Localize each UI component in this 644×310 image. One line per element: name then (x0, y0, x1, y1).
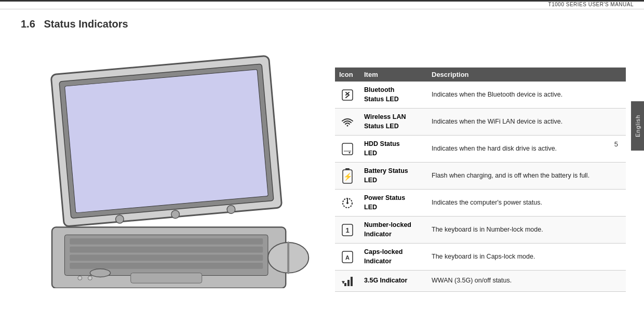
icon-3g: ▼ (335, 271, 360, 292)
icon-hdd (335, 136, 360, 163)
table-row: BluetoothStatus LEDIndicates when the Bl… (335, 82, 626, 109)
item-description: Indicates when the Bluetooth device is a… (427, 82, 626, 109)
item-label: Battery StatusLED (360, 163, 427, 190)
svg-text:⚡: ⚡ (343, 172, 353, 181)
table-row: Wireless LANStatus LEDIndicates when the… (335, 109, 626, 136)
laptop-svg (21, 49, 322, 288)
icon-numlock: 1 (335, 217, 360, 244)
item-label: Wireless LANStatus LED (360, 109, 427, 136)
icon-bluetooth (335, 82, 360, 109)
status-indicators-table: Icon Item Description BluetoothStatus LE… (335, 68, 626, 292)
svg-text:A: A (345, 254, 350, 261)
manual-title: T1000 SERIES USER'S MANUAL (548, 2, 634, 7)
svg-rect-2 (65, 70, 269, 213)
col-item: Item (360, 68, 427, 82)
table-row: Power StatusLEDIndicates the computer's … (335, 190, 626, 217)
section-title: 1.6 Status Indicators (21, 18, 128, 30)
item-description: Indicates when the hard disk drive is ac… (427, 136, 626, 163)
icon-battery: ⚡ (335, 163, 360, 190)
table-header-row: Icon Item Description (335, 68, 626, 82)
item-description: The keyboard is in Number-lock mode. (427, 217, 626, 244)
icon-capslock: A (335, 244, 360, 271)
item-label: 3.5G Indicator (360, 271, 427, 292)
table-row: ACaps-lockedIndicatorThe keyboard is in … (335, 244, 626, 271)
item-description: Indicates the computer's power status. (427, 190, 626, 217)
language-tab: English (631, 101, 644, 151)
table-row: ⚡Battery StatusLEDFlash when charging, a… (335, 163, 626, 190)
svg-rect-34 (347, 280, 350, 286)
svg-point-21 (349, 152, 351, 153)
svg-rect-12 (131, 273, 202, 284)
svg-rect-35 (351, 277, 353, 286)
item-description: Indicates when the WiFi LAN device is ac… (427, 109, 626, 136)
svg-rect-10 (70, 254, 263, 261)
laptop-illustration (10, 42, 332, 296)
icon-wifi (335, 109, 360, 136)
col-description: Description (427, 68, 626, 82)
svg-rect-18 (342, 90, 353, 100)
table-row: HDD StatusLEDIndicates when the hard dis… (335, 136, 626, 163)
svg-rect-19 (342, 143, 353, 155)
svg-point-3 (115, 215, 124, 224)
page-header: T1000 SERIES USER'S MANUAL (0, 0, 644, 9)
svg-point-5 (226, 205, 235, 214)
item-label: HDD StatusLED (360, 136, 427, 163)
item-description: The keyboard is in Caps-lock mode. (427, 244, 626, 271)
item-description: WWAN (3.5G) on/off status. (427, 271, 626, 292)
svg-rect-33 (344, 283, 346, 286)
item-label: Caps-lockedIndicator (360, 244, 427, 271)
table-row: 1Number-lockedIndicatorThe keyboard is i… (335, 217, 626, 244)
svg-rect-11 (70, 263, 263, 269)
item-label: BluetoothStatus LED (360, 82, 427, 109)
table-row: ▼3.5G IndicatorWWAN (3.5G) on/off status… (335, 271, 626, 292)
item-label: Power StatusLED (360, 190, 427, 217)
item-label: Number-lockedIndicator (360, 217, 427, 244)
svg-point-13 (78, 276, 82, 280)
svg-rect-8 (70, 238, 263, 245)
svg-point-17 (90, 269, 110, 277)
svg-point-14 (88, 276, 92, 280)
col-icon: Icon (335, 68, 360, 82)
item-description: Flash when charging, and is off when the… (427, 163, 626, 190)
icon-power (335, 190, 360, 217)
svg-point-4 (171, 210, 180, 219)
svg-rect-9 (70, 247, 263, 253)
svg-text:1: 1 (345, 226, 349, 234)
